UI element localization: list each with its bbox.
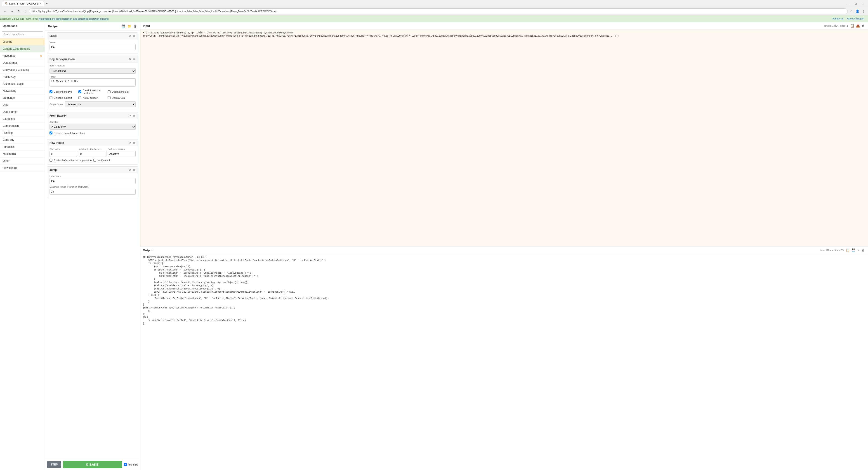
back-button[interactable]: ← xyxy=(2,8,8,14)
input-lines-label: lines: 1 xyxy=(840,25,848,27)
new-tab-button[interactable]: + xyxy=(44,1,49,6)
search-input[interactable] xyxy=(2,31,43,37)
resize-buffer-checkbox[interactable] xyxy=(50,159,53,162)
url-input[interactable] xyxy=(29,8,848,14)
step-button[interactable]: STEP xyxy=(47,461,61,468)
notif-link[interactable]: Automated encoding detection and simplif… xyxy=(39,18,109,20)
initial-buffer-label: Initial output buffer size xyxy=(79,148,106,151)
max-jumps-input[interactable] xyxy=(50,189,135,194)
sidebar-item-arithmetic[interactable]: Arithmetic / Logic xyxy=(0,81,45,88)
output-download-button[interactable]: 💾 xyxy=(851,248,856,252)
sidebar-item-code-beautify[interactable]: Generic Code Beautify xyxy=(0,45,45,53)
output-format-select[interactable]: List matches xyxy=(65,101,135,107)
sidebar-item-label: Generic Code Beautify xyxy=(3,47,30,51)
sidebar-item-favourites[interactable]: Favourites ★ xyxy=(0,53,45,59)
tab-close-icon[interactable]: × xyxy=(40,2,41,5)
input-panel-icons: 📋 📤 🗑 xyxy=(850,24,865,28)
remove-nonalpha-checkbox[interactable] xyxy=(50,131,53,134)
auto-bake-checkbox[interactable] xyxy=(124,463,127,466)
input-copy-button[interactable]: 📋 xyxy=(850,24,855,28)
sidebar-item-compression[interactable]: Compression xyxy=(0,123,45,129)
sidebar-item-data-format[interactable]: Data format xyxy=(0,59,45,66)
sidebar-item-language[interactable]: Language xyxy=(0,94,45,101)
regex-disable-button[interactable]: ⊙ xyxy=(128,57,131,61)
profile-button[interactable]: 👤 xyxy=(855,8,860,14)
buffer-expansion-input[interactable] xyxy=(108,151,135,157)
about-link[interactable]: About / Support xyxy=(847,17,864,20)
multiline-checkbox[interactable] xyxy=(79,90,81,93)
close-window-button[interactable]: × xyxy=(860,1,866,6)
dot-all-checkbox[interactable] xyxy=(107,90,111,93)
initial-buffer-group: Initial output buffer size xyxy=(79,148,106,157)
tab-title: Label, 5 more - CyberChef xyxy=(9,2,39,5)
label-pause-button[interactable]: ⏸ xyxy=(132,34,135,38)
main-layout: Operations code be Generic Code Beautify… xyxy=(0,22,868,470)
output-panel-icons: 📋 💾 ⤡ 🗑 xyxy=(845,248,865,252)
jump-pause-button[interactable]: ⏸ xyxy=(132,168,135,172)
output-clear-button[interactable]: 🗑 xyxy=(861,248,865,252)
input-clear-button[interactable]: 🗑 xyxy=(861,24,865,28)
input-upload-button[interactable]: 📤 xyxy=(856,24,860,28)
label-name-input[interactable] xyxy=(50,44,135,50)
from-base64-pause-button[interactable]: ⏸ xyxy=(132,114,135,118)
sidebar-item-multimedia[interactable]: Multimedia xyxy=(0,151,45,157)
label-operation-block: Label ⊙ ⏸ Name xyxy=(47,32,138,54)
bake-button[interactable]: ⚙ BAKE! xyxy=(63,461,122,468)
sidebar-item-other[interactable]: Other xyxy=(0,157,45,164)
output-panel-header: Output time: 112ms lines: 55 📋 💾 ⤡ 🗑 xyxy=(140,247,868,254)
remove-nonalpha-label: Remove non-alphabet chars xyxy=(54,132,85,134)
bookmark-button[interactable]: ☆ xyxy=(849,8,854,14)
raw-inflate-block-icons: ⊙ ⏸ xyxy=(128,141,135,145)
display-total-checkbox[interactable] xyxy=(107,96,111,99)
from-base64-block-header: From Base64 ⊙ ⏸ xyxy=(47,112,138,119)
output-copy-button[interactable]: 📋 xyxy=(845,248,850,252)
maximize-button[interactable]: □ xyxy=(852,1,859,6)
raw-inflate-disable-button[interactable]: ⊙ xyxy=(128,141,131,145)
unicode-checkbox[interactable] xyxy=(50,96,53,99)
save-recipe-button[interactable]: 💾 xyxy=(121,24,126,29)
raw-inflate-fields: Start index Initial output buffer size B… xyxy=(50,148,135,159)
regex-input[interactable]: [a-zA-Z0-9+/=]{30,} xyxy=(50,79,135,87)
raw-inflate-checkboxes: Resize buffer after decompression Verify… xyxy=(50,159,135,162)
browser-tab[interactable]: 🍳 Label, 5 more - CyberChef × xyxy=(2,1,44,6)
sidebar-item-hashing[interactable]: Hashing xyxy=(0,129,45,136)
from-base64-disable-button[interactable]: ⊙ xyxy=(128,114,131,118)
sidebar-item-extractors[interactable]: Extractors xyxy=(0,116,45,123)
case-insensitive-checkbox[interactable] xyxy=(50,90,53,93)
sidebar-item-encryption[interactable]: Encryption / Encoding xyxy=(0,66,45,73)
output-textarea[interactable]: IF ($PSVersionOnTable.PSVersion.Major - … xyxy=(140,254,868,470)
regex-pause-button[interactable]: ⏸ xyxy=(132,57,135,61)
start-index-input[interactable] xyxy=(50,151,77,157)
forward-button[interactable]: → xyxy=(9,8,15,14)
options-link[interactable]: Options ⚙ xyxy=(832,17,844,20)
more-button[interactable]: ⋮ xyxy=(861,8,866,14)
clear-recipe-button[interactable]: 🗑 xyxy=(133,24,137,29)
sidebar-item-networking[interactable]: Networking xyxy=(0,88,45,94)
raw-inflate-pause-button[interactable]: ⏸ xyxy=(132,141,135,145)
sidebar-item-code-tidy[interactable]: Code tidy xyxy=(0,136,45,144)
minimize-button[interactable]: ─ xyxy=(845,1,852,6)
sidebar-item-public-key[interactable]: Public Key xyxy=(0,73,45,81)
input-textarea[interactable]: • { ([stRInG]$vERBOsEPrEFeReNcE)[1,3]+'-… xyxy=(140,30,868,246)
initial-buffer-input[interactable] xyxy=(79,151,106,157)
jump-label-name-input[interactable] xyxy=(50,178,135,184)
sidebar-item-code-be[interactable]: code be xyxy=(0,38,45,45)
load-recipe-button[interactable]: 📁 xyxy=(127,24,132,29)
alphabet-select[interactable]: A-Za-z0-9+/= xyxy=(50,124,135,130)
alphabet-label: Alphabet xyxy=(50,121,135,123)
jump-disable-button[interactable]: ⊙ xyxy=(128,168,131,172)
raw-inflate-block-title: Raw Inflate xyxy=(50,141,64,145)
sidebar-item-utils[interactable]: Utils xyxy=(0,101,45,108)
output-expand-button[interactable]: ⤡ xyxy=(857,248,860,252)
sidebar-item-forensics[interactable]: Forensics xyxy=(0,144,45,151)
display-total-checkbox-row: Display total xyxy=(107,96,135,99)
refresh-button[interactable]: ↻ xyxy=(16,8,22,14)
built-in-regex-select[interactable]: User defined xyxy=(50,68,135,74)
home-button[interactable]: ⌂ xyxy=(23,8,28,14)
sidebar-item-flow-control[interactable]: Flow control xyxy=(0,164,45,171)
astral-checkbox[interactable] xyxy=(79,96,81,99)
jump-label-name-group: Label name xyxy=(50,175,135,184)
verify-result-checkbox[interactable] xyxy=(93,159,96,162)
label-disable-button[interactable]: ⊙ xyxy=(128,34,131,38)
sidebar-item-datetime[interactable]: Date / Time xyxy=(0,108,45,116)
